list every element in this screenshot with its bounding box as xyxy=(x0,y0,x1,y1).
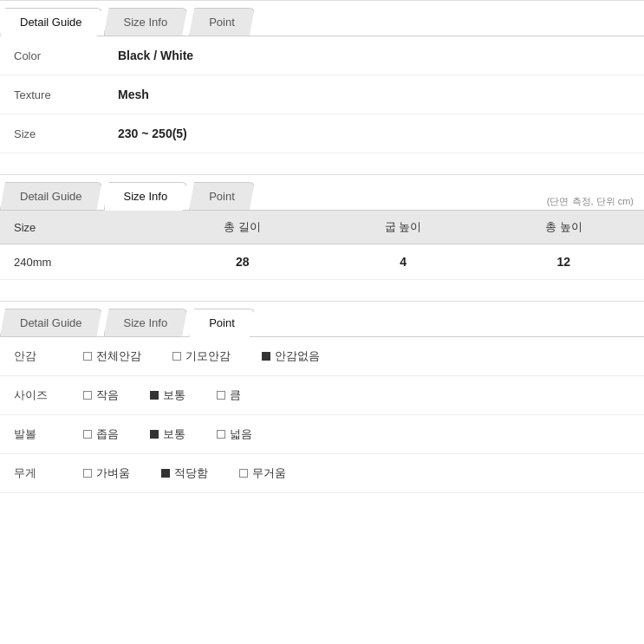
total-height-col-header: 총 높이 xyxy=(484,211,644,244)
unchecked-icon xyxy=(83,391,92,400)
option-item: 전체안감 xyxy=(83,348,141,364)
color-label: Color xyxy=(0,36,104,75)
option-item: 적당함 xyxy=(161,465,208,481)
heel-height-col-header: 굽 높이 xyxy=(322,211,483,244)
table-row: Size 230 ~ 250(5) xyxy=(0,114,644,153)
spacer-2 xyxy=(0,280,644,301)
tab-detail-guide-3[interactable]: Detail Guide xyxy=(0,309,102,336)
tab-point-2[interactable]: Point xyxy=(189,182,255,210)
option-item: 좁음 xyxy=(83,426,119,442)
unchecked-icon xyxy=(217,391,225,400)
spacer-1 xyxy=(0,153,644,174)
tab-size-info-1[interactable]: Size Info xyxy=(104,8,188,36)
point-row-label: 안감 xyxy=(0,337,69,376)
tab-detail-guide-1[interactable]: Detail Guide xyxy=(0,8,102,36)
tab-detail-guide-2[interactable]: Detail Guide xyxy=(0,182,102,210)
size-label: Size xyxy=(0,114,104,153)
color-value: Black / White xyxy=(104,36,644,75)
point-row-label: 발볼 xyxy=(0,415,69,454)
point-table: 안감전체안감기모안감안감없음사이즈작음보통큼발볼좁음보통넓음무게가벼움적당함무거… xyxy=(0,337,644,493)
unchecked-icon xyxy=(83,469,92,478)
option-item: 가벼움 xyxy=(83,465,130,481)
col3-cell: 12 xyxy=(484,244,644,280)
col2-cell: 4 xyxy=(322,244,483,280)
tab-point-3[interactable]: Point xyxy=(189,309,255,337)
unchecked-icon xyxy=(83,430,92,439)
point-row: 안감전체안감기모안감안감없음 xyxy=(0,337,644,376)
point-row: 무게가벼움적당함무거움 xyxy=(0,454,644,493)
section-size-info: Detail Guide Size Info Point (단면 측정, 단위 … xyxy=(0,174,644,280)
detail-guide-table: Color Black / White Texture Mesh Size 23… xyxy=(0,36,644,153)
option-label: 안감없음 xyxy=(275,348,320,364)
option-item: 기모안감 xyxy=(172,348,231,364)
col1-cell: 28 xyxy=(162,244,322,280)
option-label: 큼 xyxy=(230,387,241,403)
checked-icon xyxy=(150,391,159,400)
total-length-col-header: 총 길이 xyxy=(162,211,322,244)
size-cell: 240mm xyxy=(0,244,162,280)
option-item: 보통 xyxy=(150,387,185,403)
section-detail-guide: Detail Guide Size Info Point Color Black… xyxy=(0,0,644,153)
option-label: 무거움 xyxy=(252,465,286,481)
section1-tabs: Detail Guide Size Info Point xyxy=(0,1,644,36)
option-item: 보통 xyxy=(150,426,185,442)
point-row-options: 가벼움적당함무거움 xyxy=(69,454,644,493)
tab-size-info-3[interactable]: Size Info xyxy=(104,309,188,336)
checked-icon xyxy=(150,430,159,439)
option-label: 보통 xyxy=(163,387,185,403)
section3-tabs: Detail Guide Size Info Point xyxy=(0,302,644,337)
option-item: 작음 xyxy=(83,387,119,403)
section2-tabs: Detail Guide Size Info Point (단면 측정, 단위 … xyxy=(0,175,644,211)
unchecked-icon xyxy=(172,352,181,361)
texture-value: Mesh xyxy=(104,75,644,114)
size-col-header: Size xyxy=(0,211,162,244)
unit-note: (단면 측정, 단위 cm) xyxy=(257,192,644,210)
option-label: 가벼움 xyxy=(96,465,130,481)
size-info-table: Size 총 길이 굽 높이 총 높이 240mm 28 4 12 xyxy=(0,211,644,280)
checked-icon xyxy=(161,469,170,478)
point-row-options: 전체안감기모안감안감없음 xyxy=(69,337,644,376)
texture-label: Texture xyxy=(0,75,104,114)
size-value: 230 ~ 250(5) xyxy=(104,114,644,153)
checked-icon xyxy=(262,352,270,361)
point-row-options: 좁음보통넓음 xyxy=(69,415,644,454)
point-row: 발볼좁음보통넓음 xyxy=(0,415,644,454)
point-row: 사이즈작음보통큼 xyxy=(0,376,644,415)
unchecked-icon xyxy=(217,430,225,439)
point-row-options: 작음보통큼 xyxy=(69,376,644,415)
section-point: Detail Guide Size Info Point 안감전체안감기모안감안… xyxy=(0,301,644,493)
option-label: 좁음 xyxy=(96,426,119,442)
size-table-row: 240mm 28 4 12 xyxy=(0,244,644,280)
unchecked-icon xyxy=(239,469,248,478)
option-label: 보통 xyxy=(163,426,185,442)
option-item: 넓음 xyxy=(217,426,252,442)
option-item: 안감없음 xyxy=(262,348,320,364)
option-label: 적당함 xyxy=(174,465,208,481)
point-row-label: 무게 xyxy=(0,454,69,493)
option-label: 넓음 xyxy=(230,426,252,442)
tab-size-info-2[interactable]: Size Info xyxy=(104,182,188,211)
point-row-label: 사이즈 xyxy=(0,376,69,415)
tab-point-1[interactable]: Point xyxy=(189,8,255,36)
table-row: Color Black / White xyxy=(0,36,644,75)
option-label: 전체안감 xyxy=(96,348,141,364)
option-item: 큼 xyxy=(217,387,241,403)
option-label: 작음 xyxy=(96,387,119,403)
size-table-header-row: Size 총 길이 굽 높이 총 높이 xyxy=(0,211,644,244)
table-row: Texture Mesh xyxy=(0,75,644,114)
option-item: 무거움 xyxy=(239,465,286,481)
unchecked-icon xyxy=(83,352,92,361)
option-label: 기모안감 xyxy=(185,348,231,364)
